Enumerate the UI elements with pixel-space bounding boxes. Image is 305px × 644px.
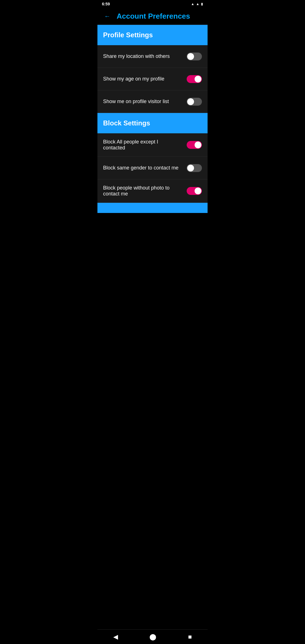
setting-row-block-no-photo: Block people without photo to contact me: [97, 179, 208, 203]
toggle-block-gender[interactable]: [187, 164, 202, 172]
status-time: 6:59: [102, 2, 110, 6]
bottom-section-bar: [97, 203, 208, 213]
setting-label-share-location: Share my location with others: [103, 53, 187, 59]
setting-label-show-visitor: Show me on profile visitor list: [103, 99, 187, 105]
setting-label-block-gender: Block same gender to contact me: [103, 165, 187, 171]
toggle-knob-show-visitor: [187, 98, 194, 105]
setting-label-block-all: Block All people except I contacted: [103, 139, 187, 151]
setting-row-show-visitor: Show me on profile visitor list: [97, 90, 208, 113]
setting-row-show-age: Show my age on my profile: [97, 68, 208, 90]
toggle-show-age[interactable]: [187, 75, 202, 83]
status-bar: 6:59 ▲ ▲ ▮: [97, 0, 208, 8]
section-header-profile-settings: Profile Settings: [97, 25, 208, 45]
setting-row-block-all: Block All people except I contacted: [97, 133, 208, 157]
content: Profile SettingsShare my location with o…: [97, 25, 208, 203]
header: ← Account Preferences: [97, 8, 208, 25]
section-header-block-settings: Block Settings: [97, 113, 208, 133]
toggle-knob-block-gender: [187, 165, 194, 171]
page-title: Account Preferences: [115, 12, 192, 21]
toggle-knob-show-age: [195, 76, 201, 82]
toggle-show-visitor[interactable]: [187, 98, 202, 106]
back-button[interactable]: ←: [102, 10, 113, 22]
wifi-icon: ▲: [191, 2, 194, 6]
toggle-block-no-photo[interactable]: [187, 187, 202, 195]
toggle-knob-share-location: [187, 53, 194, 60]
toggle-knob-block-no-photo: [195, 188, 201, 194]
setting-label-block-no-photo: Block people without photo to contact me: [103, 185, 187, 197]
toggle-block-all[interactable]: [187, 141, 202, 149]
battery-icon: ▮: [201, 2, 203, 6]
toggle-knob-block-all: [195, 142, 201, 148]
setting-row-share-location: Share my location with others: [97, 45, 208, 68]
status-icons: ▲ ▲ ▮: [191, 2, 203, 6]
setting-row-block-gender: Block same gender to contact me: [97, 157, 208, 179]
signal-icon: ▲: [196, 2, 199, 6]
toggle-share-location[interactable]: [187, 53, 202, 60]
setting-label-show-age: Show my age on my profile: [103, 76, 187, 82]
section-title-profile-settings: Profile Settings: [103, 31, 153, 39]
section-title-block-settings: Block Settings: [103, 119, 150, 127]
